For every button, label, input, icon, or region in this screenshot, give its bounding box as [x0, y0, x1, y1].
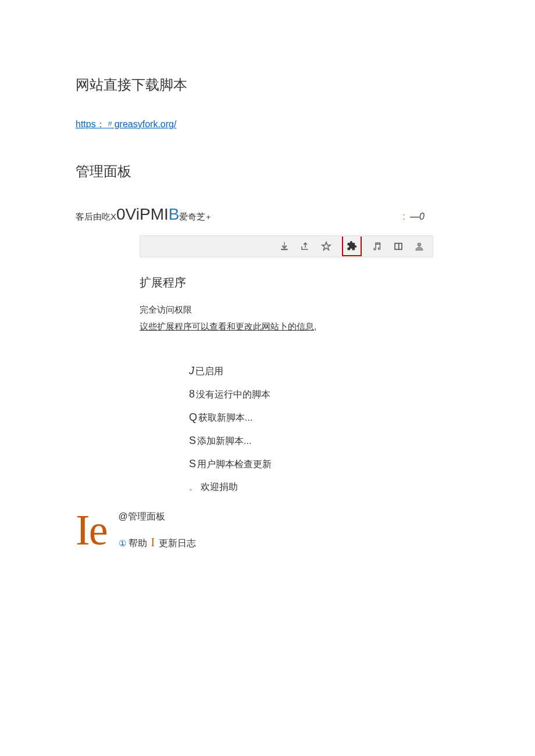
- tab-end: —0: [410, 212, 425, 221]
- menu-prefix-s1: S: [189, 435, 196, 447]
- svg-point-2: [418, 243, 421, 246]
- browser-toolbar: [140, 235, 433, 257]
- full-access-label: 完全访问权限: [140, 304, 459, 316]
- extensions-title: 扩展程序: [140, 275, 459, 291]
- separator-bar: I: [151, 536, 155, 549]
- tab-big-text: 0ViPMI: [116, 205, 169, 224]
- menu-prefix-q: Q: [189, 411, 197, 424]
- browser-tab-bar: 客后由吃X 0ViPMI B 爱奇芝 + : —0: [76, 205, 459, 224]
- menu-donate-label: 欢迎捐助: [201, 481, 238, 493]
- heading-download-script: 网站直接下载脚本: [76, 76, 459, 94]
- menu-no-scripts-label: 没有运行中的脚本: [196, 389, 270, 401]
- menu-check-updates[interactable]: S 用户脚本检查更新: [189, 458, 459, 471]
- menu-dot-icon: 。: [189, 482, 197, 493]
- tab-title: 客后由吃X 0ViPMI B 爱奇芝 +: [76, 205, 211, 224]
- bottom-section: Ie @管理面板 ① 帮助 I 更新日志: [76, 504, 459, 551]
- tampermonkey-menu: J 已启用 8 没有运行中的脚本 Q 获取新脚本... S 添加新脚本... S…: [189, 365, 459, 493]
- extensions-note: 议些扩展程序可以查看和更改此网站卜的信息,: [140, 321, 459, 332]
- extensions-icon[interactable]: [342, 237, 362, 256]
- greasyfork-link[interactable]: https：〃greasyfork.org/: [76, 119, 176, 131]
- help-circled-icon: ①: [119, 538, 126, 548]
- menu-get-scripts-label: 获取新脚本...: [198, 412, 252, 424]
- changelog-link[interactable]: 更新日志: [159, 538, 196, 548]
- tab-right-text: : —0: [402, 212, 425, 222]
- management-panel-link[interactable]: @管理面板: [119, 511, 196, 523]
- menu-prefix-s2: S: [189, 458, 196, 470]
- tab-big-blue-text: B: [169, 205, 180, 224]
- heading-management-panel: 管理面板: [76, 162, 459, 181]
- menu-add-script-label: 添加新脚本...: [197, 435, 251, 447]
- tab-colon: :: [402, 212, 405, 221]
- share-icon[interactable]: [300, 241, 311, 252]
- help-changelog-line: ① 帮助 I 更新日志: [119, 536, 196, 550]
- menu-prefix-j: J: [189, 365, 194, 377]
- menu-enabled[interactable]: J 已启用: [189, 365, 459, 378]
- menu-get-scripts[interactable]: Q 获取新脚本...: [189, 411, 459, 424]
- download-icon[interactable]: [279, 241, 290, 252]
- help-link[interactable]: 帮助: [129, 538, 147, 548]
- tab-plus: +: [206, 213, 211, 221]
- tab-prefix-text: 客后由吃X: [76, 212, 116, 223]
- profile-icon[interactable]: [414, 241, 425, 252]
- menu-no-scripts[interactable]: 8 没有运行中的脚本: [189, 388, 459, 401]
- tab-suffix-text: 爱奇芝: [179, 212, 205, 223]
- panel-icon[interactable]: [393, 241, 404, 252]
- menu-check-updates-label: 用户脚本检查更新: [197, 458, 272, 471]
- menu-prefix-8: 8: [189, 388, 195, 400]
- menu-donate[interactable]: 。 欢迎捐助: [189, 481, 459, 493]
- menu-add-script[interactable]: S 添加新脚本...: [189, 435, 459, 447]
- star-icon[interactable]: [321, 241, 331, 252]
- menu-enabled-label: 已启用: [195, 366, 223, 378]
- ie-logo: Ie: [76, 508, 107, 551]
- music-icon[interactable]: [372, 241, 383, 252]
